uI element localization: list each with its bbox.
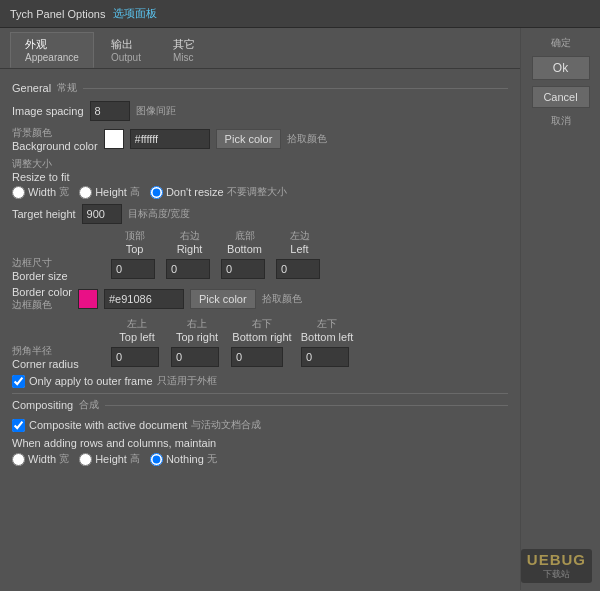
outer-frame-label-en: Only apply to outer frame	[29, 375, 153, 387]
resize-label: 调整大小 Resize to fit	[12, 157, 508, 183]
general-section-header: General 常规	[12, 81, 508, 95]
resize-height-radio[interactable]	[79, 186, 92, 199]
bg-pick-color-cn: 拾取颜色	[287, 132, 327, 146]
target-height-row: Target height 目标高度/宽度	[12, 204, 508, 224]
image-spacing-label-en: Image spacing	[12, 105, 84, 117]
cancel-button[interactable]: Cancel	[532, 86, 590, 108]
section-divider	[12, 393, 508, 394]
border-color-hex-input[interactable]	[104, 289, 184, 309]
composite-active-label-cn: 与活动文档合成	[191, 418, 261, 432]
border-color-label-en: Border color	[12, 286, 72, 298]
resize-height-option[interactable]: Height 高	[79, 185, 140, 199]
border-bottom-cn: 底部 Bottom	[217, 229, 272, 255]
border-right-cn: 右边 Right	[162, 229, 217, 255]
ok-label-cn: 确定	[551, 36, 571, 50]
border-left-cell	[272, 259, 327, 279]
border-left-cn: 左边 Left	[272, 229, 327, 255]
maintain-width-cn: 宽	[59, 452, 69, 466]
resize-width-option[interactable]: Width 宽	[12, 185, 69, 199]
resize-none-option[interactable]: Don't resize 不要调整大小	[150, 185, 287, 199]
target-height-label: Target height	[12, 208, 76, 220]
background-color-row: 背景颜色 Background color Pick color 拾取颜色	[12, 126, 508, 152]
maintain-width-option[interactable]: Width 宽	[12, 452, 69, 466]
bg-color-label-en: Background color	[12, 140, 98, 152]
border-left-input[interactable]	[276, 259, 320, 279]
corner-radius-label-cn: 拐角半径	[12, 344, 107, 358]
corner-topright-header: 右上 Top right	[167, 317, 227, 343]
tab-misc[interactable]: 其它 Misc	[158, 32, 210, 68]
composite-active-label[interactable]: Composite with active document 与活动文档合成	[12, 418, 261, 432]
watermark-text: UEBUG	[527, 551, 586, 568]
corner-radius-inputs: 拐角半径 Corner radius	[12, 344, 508, 370]
border-size-label-cn: 边框尺寸	[12, 256, 107, 270]
resize-height-label: Height	[95, 186, 127, 198]
when-adding-label-en: When adding rows and columns, maintain	[12, 437, 508, 449]
bg-pick-color-button[interactable]: Pick color	[216, 129, 282, 149]
tab-appearance[interactable]: 外观 Appearance	[10, 32, 94, 68]
maintain-width-radio[interactable]	[12, 453, 25, 466]
maintain-nothing-option[interactable]: Nothing 无	[150, 452, 217, 466]
resize-none-label: Don't resize	[166, 186, 224, 198]
tab-appearance-en: Appearance	[25, 52, 79, 63]
outer-frame-row: Only apply to outer frame 只适用于外框	[12, 374, 508, 388]
maintain-width-label: Width	[28, 453, 56, 465]
general-label-cn: 常规	[57, 81, 77, 95]
general-label-en: General	[12, 82, 51, 94]
resize-radio-row: Width 宽 Height 高 Don't resize 不要调整大小	[12, 185, 508, 199]
outer-frame-checkbox[interactable]	[12, 375, 25, 388]
border-right-input[interactable]	[166, 259, 210, 279]
resize-label-row: 调整大小 Resize to fit	[12, 157, 508, 183]
tab-misc-en: Misc	[173, 52, 195, 63]
border-top-cell	[107, 259, 162, 279]
target-height-input[interactable]	[82, 204, 122, 224]
cancel-label-cn: 取消	[551, 114, 571, 128]
resize-width-cn: 宽	[59, 185, 69, 199]
corner-bottomleft-input[interactable]	[301, 347, 349, 367]
corner-topleft-input[interactable]	[111, 347, 159, 367]
maintain-height-cn: 高	[130, 452, 140, 466]
title-text-cn: 选项面板	[113, 6, 157, 21]
border-pick-color-button[interactable]: Pick color	[190, 289, 256, 309]
resize-height-cn: 高	[130, 185, 140, 199]
border-size-headers: 顶部 Top 右边 Right 底部 Bottom 左边 Left	[12, 229, 508, 255]
tab-output[interactable]: 输出 Output	[96, 32, 156, 68]
border-top-cn: 顶部 Top	[107, 229, 162, 255]
corner-bottomleft-header: 左下 Bottom left	[297, 317, 357, 343]
bg-color-hex-input[interactable]	[130, 129, 210, 149]
resize-radio-group: Width 宽 Height 高 Don't resize 不要调整大小	[12, 185, 287, 199]
corner-radius-label-en: Corner radius	[12, 358, 107, 370]
resize-width-radio[interactable]	[12, 186, 25, 199]
bg-color-label: 背景颜色 Background color	[12, 126, 98, 152]
maintain-nothing-radio[interactable]	[150, 453, 163, 466]
ok-button[interactable]: Ok	[532, 56, 590, 80]
image-spacing-input[interactable]	[90, 101, 130, 121]
tab-misc-cn: 其它	[173, 38, 195, 50]
border-size-label-wrap: 边框尺寸 Border size	[12, 256, 107, 282]
border-color-row: Border color 边框颜色 Pick color 拾取颜色	[12, 286, 508, 312]
composite-active-row: Composite with active document 与活动文档合成	[12, 418, 508, 432]
maintain-height-option[interactable]: Height 高	[79, 452, 140, 466]
composite-active-checkbox[interactable]	[12, 419, 25, 432]
border-color-label: Border color 边框颜色	[12, 286, 72, 312]
bg-color-swatch[interactable]	[104, 129, 124, 149]
tab-appearance-cn: 外观	[25, 38, 47, 50]
resize-none-radio[interactable]	[150, 186, 163, 199]
maintain-height-radio[interactable]	[79, 453, 92, 466]
border-bottom-input[interactable]	[221, 259, 265, 279]
corner-topright-input[interactable]	[171, 347, 219, 367]
compositing-label-cn: 合成	[79, 398, 99, 412]
maintain-radio-row: Width 宽 Height 高 Nothing 无	[12, 452, 508, 466]
image-spacing-row: Image spacing 图像间距	[12, 101, 508, 121]
border-color-swatch[interactable]	[78, 289, 98, 309]
image-spacing-label: Image spacing	[12, 105, 84, 117]
corner-topleft-cell	[107, 347, 167, 367]
content-area: 外观 Appearance 输出 Output 其它 Misc General …	[0, 28, 520, 590]
bg-color-label-cn: 背景颜色	[12, 126, 98, 140]
composite-active-label-en: Composite with active document	[29, 419, 187, 431]
watermark: UEBUG 下载站	[521, 549, 592, 583]
maintain-height-label: Height	[95, 453, 127, 465]
compositing-section-header: Compositing 合成	[12, 398, 508, 412]
border-top-input[interactable]	[111, 259, 155, 279]
corner-bottomright-input[interactable]	[231, 347, 283, 367]
outer-frame-checkbox-label[interactable]: Only apply to outer frame 只适用于外框	[12, 374, 217, 388]
